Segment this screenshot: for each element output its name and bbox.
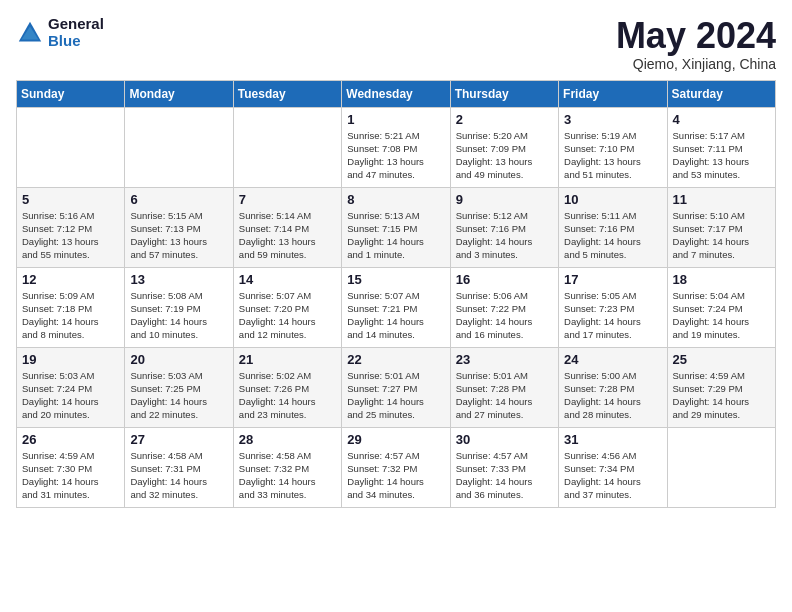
calendar-cell: 28Sunrise: 4:58 AM Sunset: 7:32 PM Dayli… — [233, 427, 341, 507]
day-info: Sunrise: 5:07 AM Sunset: 7:20 PM Dayligh… — [239, 289, 336, 342]
day-info: Sunrise: 5:19 AM Sunset: 7:10 PM Dayligh… — [564, 129, 661, 182]
week-row-5: 26Sunrise: 4:59 AM Sunset: 7:30 PM Dayli… — [17, 427, 776, 507]
calendar-cell: 18Sunrise: 5:04 AM Sunset: 7:24 PM Dayli… — [667, 267, 775, 347]
calendar-cell: 10Sunrise: 5:11 AM Sunset: 7:16 PM Dayli… — [559, 187, 667, 267]
day-info: Sunrise: 5:00 AM Sunset: 7:28 PM Dayligh… — [564, 369, 661, 422]
day-info: Sunrise: 5:02 AM Sunset: 7:26 PM Dayligh… — [239, 369, 336, 422]
calendar-cell: 12Sunrise: 5:09 AM Sunset: 7:18 PM Dayli… — [17, 267, 125, 347]
day-number: 10 — [564, 192, 661, 207]
calendar-cell: 30Sunrise: 4:57 AM Sunset: 7:33 PM Dayli… — [450, 427, 558, 507]
calendar-cell: 2Sunrise: 5:20 AM Sunset: 7:09 PM Daylig… — [450, 107, 558, 187]
week-row-2: 5Sunrise: 5:16 AM Sunset: 7:12 PM Daylig… — [17, 187, 776, 267]
day-number: 29 — [347, 432, 444, 447]
day-number: 1 — [347, 112, 444, 127]
day-info: Sunrise: 5:07 AM Sunset: 7:21 PM Dayligh… — [347, 289, 444, 342]
week-row-3: 12Sunrise: 5:09 AM Sunset: 7:18 PM Dayli… — [17, 267, 776, 347]
calendar-cell: 20Sunrise: 5:03 AM Sunset: 7:25 PM Dayli… — [125, 347, 233, 427]
title-area: May 2024 Qiemo, Xinjiang, China — [616, 16, 776, 72]
header-day-thursday: Thursday — [450, 80, 558, 107]
calendar-cell: 13Sunrise: 5:08 AM Sunset: 7:19 PM Dayli… — [125, 267, 233, 347]
header-day-friday: Friday — [559, 80, 667, 107]
logo-general: General — [48, 16, 104, 33]
week-row-1: 1Sunrise: 5:21 AM Sunset: 7:08 PM Daylig… — [17, 107, 776, 187]
week-row-4: 19Sunrise: 5:03 AM Sunset: 7:24 PM Dayli… — [17, 347, 776, 427]
calendar-cell: 16Sunrise: 5:06 AM Sunset: 7:22 PM Dayli… — [450, 267, 558, 347]
day-number: 3 — [564, 112, 661, 127]
day-info: Sunrise: 5:14 AM Sunset: 7:14 PM Dayligh… — [239, 209, 336, 262]
header-row: SundayMondayTuesdayWednesdayThursdayFrid… — [17, 80, 776, 107]
day-number: 22 — [347, 352, 444, 367]
day-number: 12 — [22, 272, 119, 287]
logo-blue: Blue — [48, 33, 104, 50]
day-number: 13 — [130, 272, 227, 287]
day-number: 31 — [564, 432, 661, 447]
header-day-tuesday: Tuesday — [233, 80, 341, 107]
calendar-cell: 22Sunrise: 5:01 AM Sunset: 7:27 PM Dayli… — [342, 347, 450, 427]
calendar-cell: 3Sunrise: 5:19 AM Sunset: 7:10 PM Daylig… — [559, 107, 667, 187]
day-number: 7 — [239, 192, 336, 207]
day-number: 4 — [673, 112, 770, 127]
day-info: Sunrise: 4:59 AM Sunset: 7:29 PM Dayligh… — [673, 369, 770, 422]
day-number: 21 — [239, 352, 336, 367]
logo-icon — [16, 19, 44, 47]
day-info: Sunrise: 5:09 AM Sunset: 7:18 PM Dayligh… — [22, 289, 119, 342]
calendar-cell: 26Sunrise: 4:59 AM Sunset: 7:30 PM Dayli… — [17, 427, 125, 507]
logo: General Blue — [16, 16, 104, 49]
calendar-body: 1Sunrise: 5:21 AM Sunset: 7:08 PM Daylig… — [17, 107, 776, 507]
calendar-cell — [125, 107, 233, 187]
day-info: Sunrise: 5:05 AM Sunset: 7:23 PM Dayligh… — [564, 289, 661, 342]
day-info: Sunrise: 5:13 AM Sunset: 7:15 PM Dayligh… — [347, 209, 444, 262]
day-info: Sunrise: 4:57 AM Sunset: 7:32 PM Dayligh… — [347, 449, 444, 502]
calendar-cell: 1Sunrise: 5:21 AM Sunset: 7:08 PM Daylig… — [342, 107, 450, 187]
day-info: Sunrise: 5:16 AM Sunset: 7:12 PM Dayligh… — [22, 209, 119, 262]
day-number: 11 — [673, 192, 770, 207]
calendar-cell: 21Sunrise: 5:02 AM Sunset: 7:26 PM Dayli… — [233, 347, 341, 427]
day-info: Sunrise: 5:03 AM Sunset: 7:24 PM Dayligh… — [22, 369, 119, 422]
calendar-cell: 6Sunrise: 5:15 AM Sunset: 7:13 PM Daylig… — [125, 187, 233, 267]
calendar-cell: 9Sunrise: 5:12 AM Sunset: 7:16 PM Daylig… — [450, 187, 558, 267]
day-info: Sunrise: 5:10 AM Sunset: 7:17 PM Dayligh… — [673, 209, 770, 262]
day-number: 24 — [564, 352, 661, 367]
day-info: Sunrise: 5:08 AM Sunset: 7:19 PM Dayligh… — [130, 289, 227, 342]
calendar-cell — [667, 427, 775, 507]
day-info: Sunrise: 5:20 AM Sunset: 7:09 PM Dayligh… — [456, 129, 553, 182]
day-number: 2 — [456, 112, 553, 127]
calendar-cell: 8Sunrise: 5:13 AM Sunset: 7:15 PM Daylig… — [342, 187, 450, 267]
calendar-cell: 4Sunrise: 5:17 AM Sunset: 7:11 PM Daylig… — [667, 107, 775, 187]
calendar-cell: 5Sunrise: 5:16 AM Sunset: 7:12 PM Daylig… — [17, 187, 125, 267]
logo-text: General Blue — [48, 16, 104, 49]
calendar-cell: 17Sunrise: 5:05 AM Sunset: 7:23 PM Dayli… — [559, 267, 667, 347]
calendar-cell — [17, 107, 125, 187]
calendar-cell: 25Sunrise: 4:59 AM Sunset: 7:29 PM Dayli… — [667, 347, 775, 427]
day-info: Sunrise: 5:06 AM Sunset: 7:22 PM Dayligh… — [456, 289, 553, 342]
calendar-cell: 14Sunrise: 5:07 AM Sunset: 7:20 PM Dayli… — [233, 267, 341, 347]
day-number: 20 — [130, 352, 227, 367]
day-number: 5 — [22, 192, 119, 207]
day-info: Sunrise: 5:11 AM Sunset: 7:16 PM Dayligh… — [564, 209, 661, 262]
header-day-sunday: Sunday — [17, 80, 125, 107]
calendar-header: SundayMondayTuesdayWednesdayThursdayFrid… — [17, 80, 776, 107]
calendar-cell: 23Sunrise: 5:01 AM Sunset: 7:28 PM Dayli… — [450, 347, 558, 427]
day-info: Sunrise: 5:15 AM Sunset: 7:13 PM Dayligh… — [130, 209, 227, 262]
day-info: Sunrise: 5:04 AM Sunset: 7:24 PM Dayligh… — [673, 289, 770, 342]
day-number: 26 — [22, 432, 119, 447]
day-info: Sunrise: 5:21 AM Sunset: 7:08 PM Dayligh… — [347, 129, 444, 182]
day-number: 17 — [564, 272, 661, 287]
day-number: 15 — [347, 272, 444, 287]
day-number: 16 — [456, 272, 553, 287]
calendar-table: SundayMondayTuesdayWednesdayThursdayFrid… — [16, 80, 776, 508]
calendar-cell: 15Sunrise: 5:07 AM Sunset: 7:21 PM Dayli… — [342, 267, 450, 347]
day-number: 30 — [456, 432, 553, 447]
calendar-cell: 24Sunrise: 5:00 AM Sunset: 7:28 PM Dayli… — [559, 347, 667, 427]
day-number: 14 — [239, 272, 336, 287]
day-number: 9 — [456, 192, 553, 207]
calendar-cell: 29Sunrise: 4:57 AM Sunset: 7:32 PM Dayli… — [342, 427, 450, 507]
day-number: 18 — [673, 272, 770, 287]
calendar-cell: 19Sunrise: 5:03 AM Sunset: 7:24 PM Dayli… — [17, 347, 125, 427]
day-info: Sunrise: 4:56 AM Sunset: 7:34 PM Dayligh… — [564, 449, 661, 502]
month-title: May 2024 — [616, 16, 776, 56]
header-day-wednesday: Wednesday — [342, 80, 450, 107]
day-info: Sunrise: 4:58 AM Sunset: 7:31 PM Dayligh… — [130, 449, 227, 502]
day-info: Sunrise: 5:17 AM Sunset: 7:11 PM Dayligh… — [673, 129, 770, 182]
day-number: 25 — [673, 352, 770, 367]
